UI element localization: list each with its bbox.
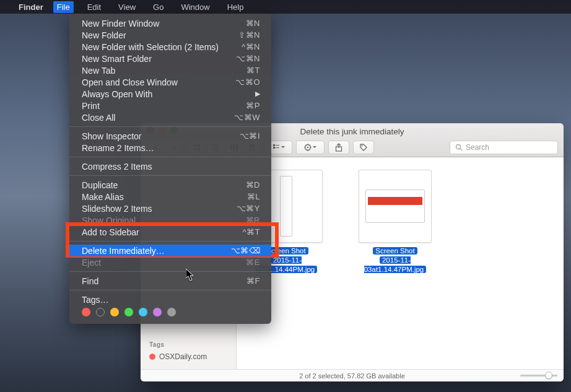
menu-separator	[69, 126, 271, 127]
file-menu-dropdown: New Finder Window⌘N New Folder⇧⌘N New Fo…	[69, 14, 271, 324]
menu-view[interactable]: View	[115, 1, 139, 13]
tag-dot-icon	[149, 354, 155, 360]
menu-new-smart-folder[interactable]: New Smart Folder⌥⌘N	[69, 53, 271, 64]
action-button[interactable]	[296, 141, 325, 154]
menu-open-close-window[interactable]: Open and Close Window⌥⌘O	[69, 76, 271, 88]
tag-swatch-gray[interactable]	[167, 308, 176, 316]
search-field[interactable]: Search	[450, 141, 558, 154]
menu-always-open-with[interactable]: Always Open With▶	[69, 88, 271, 100]
file-item[interactable]: Screen Shot2015-11-03at1.14.47PM.jpg	[353, 170, 437, 274]
cursor-icon	[186, 269, 196, 282]
menu-compress[interactable]: Compress 2 Items	[69, 160, 271, 172]
svg-point-21	[456, 145, 461, 149]
menu-find[interactable]: Find⌘F	[69, 275, 271, 287]
menu-tags[interactable]: Tags…	[69, 294, 271, 305]
menu-new-folder[interactable]: New Folder⇧⌘N	[69, 29, 271, 41]
tag-swatch-none[interactable]	[96, 308, 105, 316]
svg-rect-15	[276, 145, 279, 146]
status-bar: 2 of 2 selected, 57.82 GB available	[141, 369, 564, 381]
tag-swatch-blue[interactable]	[139, 308, 147, 316]
sidebar-tags-heading: Tags	[146, 341, 231, 348]
menu-new-finder-window[interactable]: New Finder Window⌘N	[69, 17, 271, 29]
svg-point-20	[362, 146, 363, 147]
menu-slideshow[interactable]: Slideshow 2 Items⌥⌘Y	[69, 203, 271, 214]
menu-close-all[interactable]: Close All⌥⌘W	[69, 111, 271, 123]
menubar: Finder File Edit View Go Window Help	[0, 0, 571, 14]
menubar-app-name[interactable]: Finder	[19, 2, 43, 12]
menu-new-folder-selection[interactable]: New Folder with Selection (2 Items)^⌘N	[69, 41, 271, 53]
menu-make-alias[interactable]: Make Alias⌘L	[69, 191, 271, 203]
menu-window[interactable]: Window	[177, 1, 213, 13]
menu-help[interactable]: Help	[224, 1, 248, 13]
menu-delete-immediately[interactable]: Delete Immediately…⌥⌘⌫	[69, 245, 271, 256]
sidebar-tag-item[interactable]: OSXDaily.com	[146, 351, 231, 363]
share-button[interactable]	[328, 141, 349, 154]
tag-swatch-purple[interactable]	[153, 308, 162, 316]
tag-swatch-yellow[interactable]	[110, 308, 119, 316]
menu-file[interactable]: File	[53, 1, 74, 13]
sidebar-tag-label: OSXDaily.com	[159, 352, 207, 361]
status-text: 2 of 2 selected, 57.82 GB available	[299, 372, 405, 380]
tag-swatch-red[interactable]	[82, 308, 90, 316]
menu-separator	[69, 175, 271, 176]
menu-duplicate[interactable]: Duplicate⌘D	[69, 179, 271, 191]
menu-go[interactable]: Go	[149, 1, 167, 13]
menu-edit[interactable]: Edit	[84, 1, 105, 13]
svg-point-18	[307, 147, 309, 149]
submenu-arrow-icon: ▶	[255, 90, 260, 98]
menu-eject: Eject⌘E	[69, 256, 271, 268]
menu-show-inspector[interactable]: Show Inspector⌥⌘I	[69, 130, 271, 142]
tag-palette	[69, 305, 271, 318]
svg-rect-14	[273, 147, 275, 149]
menu-rename-items[interactable]: Rename 2 Items…	[69, 142, 271, 154]
file-area[interactable]: Screen Shot2015-11-03at1.14.44PM.jpg Scr…	[237, 157, 564, 369]
menu-print[interactable]: Print⌘P	[69, 100, 271, 111]
file-thumbnail	[359, 170, 432, 243]
file-label: Screen Shot2015-11-03at1.14.47PM.jpg	[353, 246, 437, 274]
action-button-group	[296, 141, 325, 154]
menu-add-to-sidebar[interactable]: Add to Sidebar^⌘T	[69, 226, 271, 238]
search-icon	[455, 144, 463, 151]
search-placeholder: Search	[466, 143, 489, 152]
menu-separator	[69, 290, 271, 290]
menu-separator	[69, 157, 271, 157]
menu-new-tab[interactable]: New Tab⌘T	[69, 64, 271, 76]
menu-separator	[69, 271, 271, 272]
svg-rect-13	[273, 144, 275, 146]
edit-tags-button[interactable]	[353, 141, 374, 154]
svg-rect-16	[276, 147, 279, 148]
icon-size-slider[interactable]	[520, 375, 557, 377]
tag-swatch-green[interactable]	[124, 308, 133, 316]
